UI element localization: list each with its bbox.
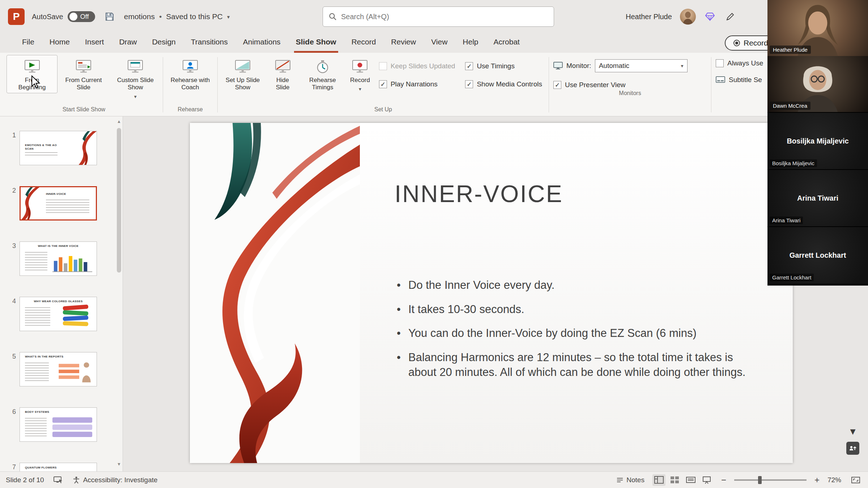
slide-indicator[interactable]: Slide 2 of 10 (6, 476, 44, 484)
slide-thumbnail-6[interactable]: 6 BODY SYSTEMS (7, 407, 123, 442)
participant-name-label: Arina Tiwari (770, 217, 803, 224)
reading-view-button[interactable] (684, 474, 697, 486)
search-input[interactable] (341, 13, 548, 21)
zoom-slider-handle[interactable] (758, 476, 762, 484)
tab-help[interactable]: Help (455, 33, 486, 53)
from-beginning-button[interactable]: From Beginning (7, 55, 58, 93)
show-media-controls-checkbox[interactable]: ✓ Show Media Controls (465, 80, 542, 88)
autosave-control[interactable]: AutoSave Off (32, 11, 95, 22)
slide-thumbnail-7[interactable]: 7 QUANTUM FLOWERS (7, 463, 123, 471)
tab-acrobat[interactable]: Acrobat (486, 33, 527, 53)
avatar-silhouette (680, 9, 696, 25)
slide-body-text[interactable]: Do the Inner Voice every day. It takes 1… (395, 278, 760, 389)
ribbon-art-icon (78, 131, 97, 165)
tab-transitions[interactable]: Transitions (183, 33, 235, 53)
checkbox-checked-box: ✓ (465, 62, 473, 70)
search-icon (329, 13, 337, 21)
zoom-out-button[interactable]: − (721, 476, 726, 484)
show-participants-icon[interactable] (846, 442, 859, 455)
checkbox-checked-box: ✓ (465, 80, 473, 88)
participant-display-name: Bosiljka Mijaljevic (787, 137, 848, 145)
slide-thumbnail-5[interactable]: 5 WHAT'S IN THE REPORTS (7, 352, 123, 386)
slide-show-view-button[interactable] (700, 474, 713, 486)
screen: { "icons": { "chevron_down": "▾", "scrol… (0, 0, 868, 488)
slide-thumbnail-4[interactable]: 4 WHY WEAR COLORED GLASSES (7, 297, 123, 331)
scroll-up-icon[interactable]: ▲ (116, 118, 122, 125)
zoom-panel-controls: ▾ (846, 426, 859, 455)
titlebar-right: Heather Plude (626, 0, 736, 33)
filename: emotions (124, 12, 155, 21)
hide-slide-button[interactable]: Hide Slide (266, 55, 299, 93)
slide-thumbnail-3[interactable]: 3 WHAT IS THE INNER VOICE (7, 241, 123, 276)
play-narrations-checkbox[interactable]: ✓ Play Narrations (379, 80, 455, 88)
record-slide-show-button[interactable]: Record ▾ (346, 55, 374, 93)
chevron-down-icon: ▾ (681, 63, 684, 68)
tab-draw[interactable]: Draw (111, 33, 144, 53)
chevron-down-icon: ▾ (359, 86, 361, 91)
from-current-slide-button[interactable]: From Current Slide (58, 55, 109, 93)
save-button[interactable] (102, 9, 117, 24)
setup-checkbox-column-1: Keep Slides Updated ✓ Play Narrations (374, 55, 460, 88)
rehearse-timings-button[interactable]: Rehearse Timings (299, 55, 346, 93)
monitor-select[interactable]: Automatic ▾ (595, 59, 688, 72)
scroll-down-icon[interactable]: ▼ (116, 461, 122, 468)
keep-slides-updated-checkbox[interactable]: Keep Slides Updated (379, 62, 455, 70)
powerpoint-app-icon: P (8, 8, 25, 25)
bar-chart-icon (51, 251, 94, 273)
zoom-percent[interactable]: 72% (827, 476, 841, 484)
slide-title[interactable]: INNER-VOICE (395, 180, 563, 207)
ribbon-group-rehearse: Rehearse with Coach Rehearse (163, 53, 217, 116)
participant-tile[interactable]: Garrett Lockhart Garrett Lockhart (767, 226, 868, 283)
participant-tile[interactable]: Arina Tiwari Arina Tiwari (767, 169, 868, 226)
search-box[interactable] (323, 7, 554, 27)
separator-dot: • (159, 12, 162, 21)
set-up-slide-show-icon (235, 58, 251, 74)
premium-diamond-icon[interactable] (704, 10, 716, 23)
tab-review[interactable]: Review (383, 33, 424, 53)
tab-record[interactable]: Record (344, 33, 384, 53)
slide-canvas[interactable]: INNER-VOICE Do the Inner Voice every day… (190, 123, 793, 463)
custom-slide-show-button[interactable]: Custom Slide Show ▾ (110, 55, 161, 101)
statusbar-right: Notes − + 72% (616, 474, 862, 486)
scrollbar-thumb[interactable] (117, 128, 121, 273)
user-avatar[interactable] (680, 9, 696, 25)
participant-display-name: Arina Tiwari (797, 194, 838, 202)
autosave-toggle[interactable]: Off (68, 11, 95, 22)
participant-tile[interactable]: Bosiljka Mijaljevic Bosiljka Mijaljevic (767, 112, 868, 169)
notes-toggle[interactable]: Notes (616, 476, 644, 484)
tab-design[interactable]: Design (144, 33, 183, 53)
video-tile-heather[interactable]: Heather Plude (767, 0, 868, 56)
bullet-item: It takes 10-30 seconds. (395, 302, 760, 317)
ribbon-group-monitors: Monitor: Automatic ▾ ✓ Use Presenter Vie… (549, 53, 711, 116)
collapse-video-panel-icon[interactable]: ▾ (850, 426, 855, 437)
zoom-video-sidebar: Heather Plude Dawn McCrea Bosiljka Mijal… (767, 0, 868, 286)
slide-sorter-view-button[interactable] (668, 474, 681, 486)
tab-file[interactable]: File (14, 33, 42, 53)
tab-animations[interactable]: Animations (235, 33, 288, 53)
tab-home[interactable]: Home (42, 33, 77, 53)
bullet-item: Do the Inner Voice every day. (395, 278, 760, 293)
normal-view-button[interactable] (652, 474, 665, 486)
editing-pen-icon[interactable] (724, 10, 736, 23)
bullet-item: You can do the Inner-Voice by doing the … (395, 326, 760, 341)
thumbnail-scrollbar[interactable]: ▲ ▼ (116, 118, 122, 470)
use-presenter-view-checkbox[interactable]: ✓ Use Presenter View (553, 81, 707, 89)
slide-thumbnail-2[interactable]: 2 INNER-VOICE (7, 186, 123, 221)
video-tile-dawn[interactable]: Dawn McCrea (767, 56, 868, 112)
document-title[interactable]: emotions • Saved to this PC ▾ (124, 12, 230, 21)
slide-thumbnail-1[interactable]: 1 EMOTIONS & THE AO SCAN (7, 131, 123, 165)
display-settings-icon[interactable] (54, 476, 63, 484)
set-up-slide-show-button[interactable]: Set Up Slide Show (219, 55, 266, 93)
tab-insert[interactable]: Insert (77, 33, 112, 53)
user-name[interactable]: Heather Plude (626, 13, 672, 21)
use-timings-checkbox[interactable]: ✓ Use Timings (465, 62, 542, 70)
fit-slide-to-window-button[interactable] (849, 474, 862, 486)
accessibility-checker[interactable]: Accessibility: Investigate (72, 476, 158, 484)
rehearse-timings-icon (315, 58, 331, 74)
tab-view[interactable]: View (424, 33, 455, 53)
play-from-beginning-icon (24, 58, 40, 74)
zoom-slider[interactable] (734, 479, 807, 481)
zoom-in-button[interactable]: + (814, 476, 820, 484)
rehearse-with-coach-button[interactable]: Rehearse with Coach (165, 55, 216, 93)
tab-slide-show[interactable]: Slide Show (288, 33, 344, 53)
